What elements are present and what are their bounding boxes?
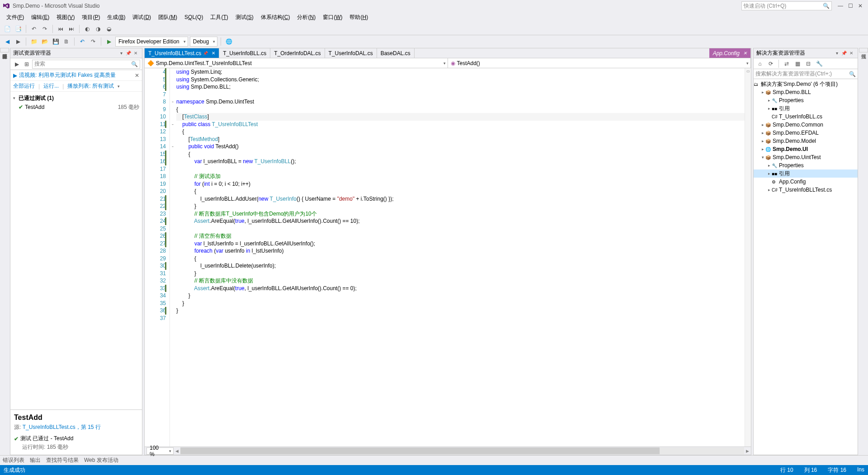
group-icon[interactable]: ⊞ — [22, 60, 31, 69]
expander-icon[interactable]: ▸ — [760, 147, 765, 151]
maximize-button[interactable]: ☐ — [845, 3, 855, 9]
quicklaunch-input[interactable]: 快速启动 (Ctrl+Q) 🔍 — [741, 1, 832, 10]
start-icon[interactable]: ▶ — [104, 37, 113, 46]
properties-icon[interactable]: 🔧 — [815, 59, 824, 68]
menu-item[interactable]: 视图(V) — [53, 13, 78, 22]
editor-tab[interactable]: BaseDAL.cs — [377, 48, 415, 58]
test-item-row[interactable]: ✔ TestAdd 185 毫秒 — [10, 103, 142, 112]
menu-item[interactable]: 生成(B) — [104, 13, 129, 22]
editor-tab[interactable]: App.Config✕ — [709, 48, 751, 58]
fold-toggle[interactable]: - — [170, 98, 175, 106]
dropdown-icon[interactable]: ▾ — [118, 51, 125, 56]
scroll-left-icon[interactable]: ◀ — [175, 449, 179, 453]
expander-icon[interactable]: ▾ — [13, 96, 19, 100]
test-search-input[interactable]: 搜索 🔍 — [32, 60, 140, 69]
expander-icon[interactable]: ▸ — [766, 98, 772, 103]
add-class-icon[interactable]: 📄 — [3, 24, 12, 33]
menu-item[interactable]: 分析(N) — [293, 13, 319, 22]
bottom-tab[interactable]: 输出 — [30, 456, 41, 464]
solution-item[interactable]: ▸C#T_UsreInfoBLLTest.cs — [754, 186, 858, 194]
solution-item[interactable]: ▸🔧Properties — [754, 161, 858, 169]
refresh-icon[interactable]: ⟳ — [766, 59, 775, 68]
step-icon[interactable]: ⏮ — [56, 24, 65, 33]
close-tab-icon[interactable]: ✕ — [212, 51, 215, 56]
zoom-combo[interactable]: 100 % — [146, 447, 174, 455]
playlist-link[interactable]: 播放列表: 所有测试 — [67, 82, 114, 90]
split-icon[interactable]: ▭ — [745, 68, 751, 74]
scroll-map[interactable]: ▭ — [745, 68, 751, 447]
class-nav-combo[interactable]: 🔶 Smp.Demo.UintTest.T_UsreInfoBLLTest — [145, 58, 448, 68]
expander-icon[interactable]: ▸ — [760, 122, 765, 127]
run-all-link[interactable]: 全部运行 — [13, 82, 35, 90]
pin-icon[interactable]: 📌 — [840, 51, 848, 56]
home-icon[interactable]: ⌂ — [755, 59, 764, 68]
step2-icon[interactable]: ⏭ — [67, 24, 76, 33]
solution-item[interactable]: ▸📦Smp.Demo.EFDAL — [754, 129, 858, 137]
bottom-tab[interactable]: 查找符号结果 — [46, 456, 79, 464]
run-target-combo[interactable]: Firefox Developer Edition — [115, 37, 188, 47]
source-link[interactable]: T_UsreInfoBLLTest.cs，第 15 行 — [23, 424, 101, 430]
pin-icon[interactable]: 📌 — [203, 51, 208, 56]
expander-icon[interactable]: ▸ — [760, 139, 765, 143]
solution-item[interactable]: ▸🔧Properties — [754, 96, 858, 104]
run-test-icon[interactable]: ▶ — [12, 60, 21, 69]
close-button[interactable]: ✕ — [855, 3, 865, 9]
expander-icon[interactable]: ▸ — [760, 131, 765, 135]
open-icon[interactable]: 📂 — [40, 37, 49, 46]
expander-icon[interactable]: ▸ — [766, 163, 772, 168]
pin-icon[interactable]: 📌 — [125, 51, 132, 56]
test-group-row[interactable]: ▾ 已通过测试 (1) — [10, 94, 142, 103]
bottom-tab[interactable]: Web 发布活动 — [84, 456, 118, 464]
show-all-icon[interactable]: ▦ — [793, 59, 802, 68]
expander-icon[interactable]: ▸ — [766, 188, 772, 192]
editor-tab[interactable]: T_OrderInfoDAL.cs — [270, 48, 325, 58]
solution-item[interactable]: ▸📦Smp.Demo.Model — [754, 137, 858, 145]
redo-icon[interactable]: ↷ — [89, 37, 98, 46]
sync-icon[interactable]: ⇄ — [782, 59, 791, 68]
close-panel-icon[interactable]: ✕ — [132, 51, 139, 56]
solution-item[interactable]: ▸🌐Smp.Demo.UI — [754, 145, 858, 153]
config-combo[interactable]: Debug — [190, 37, 217, 47]
solution-item[interactable]: ▸📦Smp.Demo.BLL — [754, 88, 858, 96]
menu-item[interactable]: 调试(D) — [129, 13, 155, 22]
break3-icon[interactable]: ◒ — [104, 24, 113, 33]
fold-toggle[interactable]: - — [170, 143, 175, 150]
expander-icon[interactable]: ▸ — [766, 171, 772, 176]
forward-button-icon[interactable]: ▶ — [14, 37, 23, 46]
method-nav-combo[interactable]: ◉ TestAdd() — [448, 58, 751, 68]
close-tab-icon[interactable]: ✕ — [743, 51, 747, 56]
code-area[interactable]: 4567891011121314151617181920212223242526… — [145, 68, 751, 447]
code-editor[interactable]: using System.Linq;using System.Collectio… — [175, 68, 745, 447]
close-panel-icon[interactable]: ✕ — [848, 51, 855, 56]
expander-icon[interactable]: ▾ — [760, 155, 765, 160]
expander-icon[interactable]: ▸ — [766, 106, 772, 111]
bottom-tab[interactable]: 错误列表 — [3, 456, 24, 464]
solution-item[interactable]: ▸📦Smp.Demo.Common — [754, 121, 858, 129]
editor-tab[interactable]: T_UserInfoBLL.cs — [219, 48, 270, 58]
solution-root[interactable]: 🗂解决方案'Smp.Demo' (6 个项目) — [754, 80, 858, 88]
menu-item[interactable]: SQL(Q) — [181, 13, 207, 21]
close-tip-icon[interactable]: ✕ — [135, 72, 139, 79]
menu-item[interactable]: 项目(P) — [78, 13, 104, 22]
dock-properties-tab[interactable]: 属性 — [859, 48, 868, 52]
back-button-icon[interactable]: ◀ — [3, 37, 12, 46]
editor-tab[interactable]: T_UserInfoDAL.cs — [325, 48, 377, 58]
browser-icon[interactable]: 🌐 — [224, 37, 233, 46]
nav-back-icon[interactable]: ↶ — [29, 24, 38, 33]
break2-icon[interactable]: ◑ — [94, 24, 103, 33]
menu-item[interactable]: 窗口(W) — [319, 13, 346, 22]
menu-item[interactable]: 帮助(H) — [346, 13, 372, 22]
menu-item[interactable]: 测试(S) — [232, 13, 257, 22]
solution-item[interactable]: ▸■■引用 — [754, 169, 858, 178]
editor-tab[interactable]: T_UsreInfoBLLTest.cs📌✕ — [145, 48, 219, 58]
nav-fwd-icon[interactable]: ↷ — [40, 24, 49, 33]
save-all-icon[interactable]: 🗎 — [62, 37, 71, 46]
solution-search-input[interactable]: 搜索解决方案资源管理器(Ctrl+;) 🔍 — [754, 69, 858, 79]
menu-item[interactable]: 工具(T) — [207, 13, 231, 22]
run-link[interactable]: 运行... — [43, 82, 59, 90]
fold-toggle[interactable]: - — [170, 121, 175, 128]
minimize-button[interactable]: — — [835, 3, 845, 9]
menu-item[interactable]: 编辑(E) — [28, 13, 53, 22]
dropdown-icon[interactable]: ▾ — [833, 51, 840, 56]
undo-icon[interactable]: ↶ — [78, 37, 87, 46]
